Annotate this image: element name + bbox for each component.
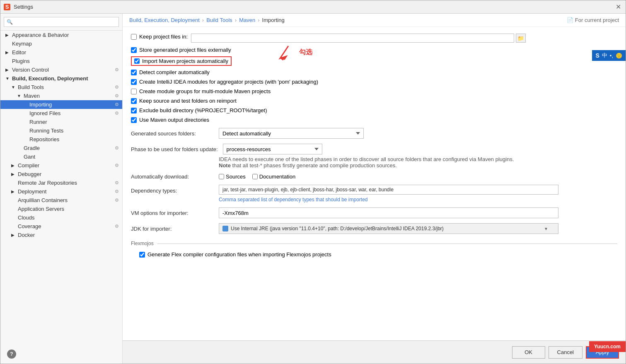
create-intellij-text: Create IntelliJ IDEA modules for aggrega… [139,79,318,85]
keep-project-checkbox[interactable] [131,34,137,40]
documentation-checkbox-label[interactable]: Documentation [252,174,295,180]
arrow-icon [5,41,10,46]
exclude-build-label[interactable]: Exclude build directory (%PROJECT_ROOT%/… [131,107,267,113]
ok-button[interactable]: OK [512,346,545,359]
sidebar-item-label: Keymap [12,41,119,47]
sidebar-item-runner[interactable]: Runner [0,118,122,126]
sidebar-item-label: Ignored Files [29,110,113,116]
sidebar-item-plugins[interactable]: Plugins [0,57,122,65]
create-intellij-label[interactable]: Create IntelliJ IDEA modules for aggrega… [131,79,318,85]
sidebar-item-build-exec[interactable]: ▼ Build, Execution, Deployment [0,74,122,83]
sidebar-item-label: Maven [24,93,113,99]
arrow-icon [23,137,28,142]
sources-checkbox[interactable] [219,174,224,179]
sidebar-item-label: Appearance & Behavior [12,32,119,38]
sidebar: ▶ Appearance & Behavior Keymap ▶ Editor … [0,14,123,364]
keep-source-row: Keep source and test folders on reimport [131,98,617,104]
generate-flex-label[interactable]: Generate Flex compiler configuration fil… [139,251,331,258]
store-generated-label[interactable]: Store generated project files externally [131,47,231,53]
sidebar-item-coverage[interactable]: Coverage ⚙ [0,222,122,231]
sidebar-item-label: Version Control [12,67,113,73]
sources-checkbox-label[interactable]: Sources [219,174,246,180]
import-maven-checkbox[interactable] [134,58,140,64]
generated-sources-select[interactable]: Detect automatically Sources root Don't … [219,128,364,139]
sidebar-item-appearance[interactable]: ▶ Appearance & Behavior [0,31,122,39]
phase-select[interactable]: process-resources generate-sources compi… [223,144,322,154]
sogou-dot-icon: •, [610,53,613,59]
create-module-groups-label[interactable]: Create module groups for multi-module Ma… [131,88,271,94]
auto-download-checkboxes: Sources Documentation [219,174,295,180]
import-maven-label[interactable]: Import Maven projects automatically [131,56,232,66]
vm-row: VM options for importer: [131,207,617,218]
sidebar-item-label: Gradle [24,145,113,151]
sidebar-item-clouds[interactable]: Clouds [0,213,122,222]
settings-panel: Keep project files in: 📁 Store generated… [123,27,626,340]
store-generated-checkbox[interactable] [131,47,137,53]
arrow-icon [23,102,28,107]
sources-label: Sources [226,174,246,180]
settings-icon: ⚙ [115,102,119,107]
browse-button[interactable]: 📁 [516,34,526,43]
arrow-icon [11,224,16,229]
sidebar-item-running-tests[interactable]: Running Tests [0,126,122,135]
use-maven-output-checkbox[interactable] [131,117,137,123]
sidebar-item-keymap[interactable]: Keymap [0,39,122,48]
sidebar-item-deployment[interactable]: ▶ Deployment ⚙ [0,187,122,196]
close-button[interactable]: ✕ [614,3,622,11]
sidebar-item-arquillian[interactable]: Arquillian Containers ⚙ [0,196,122,205]
sidebar-item-importing[interactable]: Importing ⚙ [0,100,122,109]
sidebar-item-gant[interactable]: Gant [0,152,122,161]
documentation-checkbox[interactable] [252,174,258,179]
store-generated-text: Store generated project files externally [139,47,231,53]
dependency-input[interactable] [219,185,558,195]
sidebar-item-build-tools[interactable]: ▼ Build Tools ⚙ [0,83,122,92]
exclude-build-checkbox[interactable] [131,108,137,113]
breadcrumb-part3[interactable]: Maven [239,17,255,23]
sogou-toolbar: S 中 •, 🙂 [592,50,626,61]
create-module-groups-checkbox[interactable] [131,89,137,94]
vm-input[interactable] [219,207,558,218]
sidebar-item-repositories[interactable]: Repositories [0,135,122,144]
use-maven-output-label[interactable]: Use Maven output directories [131,117,209,123]
arrow-icon [17,154,22,159]
jdk-select[interactable]: Use Internal JRE (java version "11.0.4+1… [219,223,558,234]
create-intellij-checkbox[interactable] [131,79,137,85]
arrow-icon [11,207,16,211]
sidebar-item-ignored-files[interactable]: Ignored Files ⚙ [0,109,122,118]
settings-icon: ⚙ [115,111,119,116]
sidebar-item-docker[interactable]: ▶ Docker [0,231,122,239]
sidebar-item-app-servers[interactable]: Application Servers [0,205,122,213]
arrow-icon [23,120,28,124]
keep-source-checkbox[interactable] [131,98,137,104]
sidebar-item-label: Remote Jar Repositories [18,180,113,186]
settings-icon: ⚙ [115,180,119,186]
settings-icon: ⚙ [115,93,119,99]
settings-icon: ⚙ [115,84,119,90]
keep-project-label[interactable]: Keep project files in: [131,34,188,40]
search-input[interactable] [4,17,119,27]
breadcrumb-sep1: › [202,17,204,23]
sidebar-item-version-control[interactable]: ▶ Version Control ⚙ [0,65,122,74]
breadcrumb-part2[interactable]: Build Tools [206,17,232,23]
phase-row: Phase to be used for folders update: pro… [131,144,617,154]
detect-compiler-checkbox[interactable] [131,70,137,75]
section-line [157,243,617,244]
sidebar-item-maven[interactable]: ▼ Maven ⚙ [0,92,122,100]
store-generated-row: Store generated project files externally [131,47,617,53]
sidebar-item-label: Repositories [29,136,119,142]
breadcrumb-part1[interactable]: Build, Execution, Deployment [129,17,200,23]
sidebar-item-remote-jar[interactable]: Remote Jar Repositories ⚙ [0,178,122,187]
sidebar-item-label: Build, Execution, Deployment [12,75,119,82]
sidebar-item-gradle[interactable]: Gradle ⚙ [0,144,122,152]
cancel-button[interactable]: Cancel [549,346,582,359]
keep-project-input[interactable] [191,34,514,43]
detect-compiler-label[interactable]: Detect compiler automatically [131,69,210,75]
sidebar-item-editor[interactable]: ▶ Editor [0,48,122,57]
current-project-label: For current project [575,17,619,23]
keep-source-label[interactable]: Keep source and test folders on reimport [131,98,237,104]
sidebar-item-compiler[interactable]: ▶ Compiler ⚙ [0,161,122,170]
generate-flex-checkbox[interactable] [139,252,145,258]
app-icon: S [4,4,10,10]
arrow-icon: ▶ [11,163,16,168]
sidebar-item-debugger[interactable]: ▶ Debugger [0,170,122,178]
